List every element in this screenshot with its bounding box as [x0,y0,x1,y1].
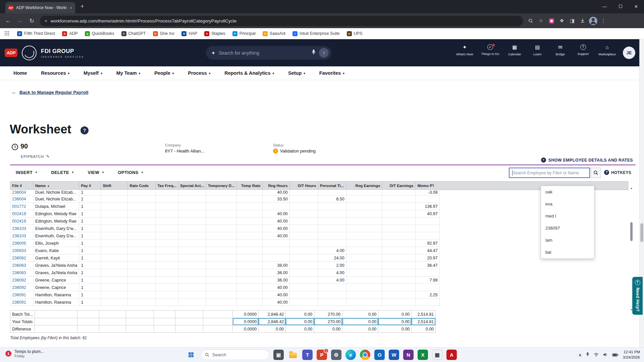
powerpoint-icon[interactable]: P1 [317,350,327,360]
grid-cell[interactable] [128,240,156,247]
grid-cell[interactable] [318,291,346,299]
volume-icon[interactable] [603,352,608,358]
bookmark-item-staples[interactable]: SStaples [204,31,225,36]
scroll-up-icon[interactable]: ▲ [629,187,634,190]
grid-cell[interactable]: 1 [79,210,101,218]
bookmark-item-principal[interactable]: PPrincipal [232,31,256,36]
grid-cell[interactable] [289,247,318,254]
file-link[interactable]: 236092 [10,277,34,284]
grid-cell[interactable]: 1 [79,269,101,277]
battery-icon[interactable] [612,352,619,358]
grid-cell[interactable]: 36.00 [262,277,289,284]
grid-cell[interactable]: 92.97 [415,240,439,247]
grid-cell[interactable] [236,225,262,232]
grid-cell[interactable] [156,190,178,195]
grid-cell[interactable]: 40.00 [262,284,289,291]
grid-cell[interactable]: 1 [79,218,101,225]
grid-cell[interactable] [289,254,318,262]
global-search-input[interactable] [219,50,308,56]
taskbar-search[interactable]: Search [201,350,269,360]
column-header-o-t-earnings[interactable]: O/T Earnings [382,182,415,190]
grid-cell[interactable]: 1 [79,277,101,284]
grid-cell[interactable] [206,210,237,218]
grid-cell[interactable] [318,225,346,232]
menu-kebab-icon[interactable]: ⋮ [599,16,608,25]
grid-cell[interactable] [415,218,439,225]
grid-cell[interactable] [178,232,206,240]
settings-icon[interactable]: ⚙ [331,350,341,360]
wifi-icon[interactable] [594,352,599,358]
suggestion-item[interactable]: eva [541,198,594,210]
grid-cell[interactable] [415,195,439,203]
extensions-puzzle-icon[interactable]: ❖ [557,16,566,25]
grid-cell[interactable] [382,195,415,203]
need-help-button[interactable]: ? Need Help? [632,277,643,315]
grid-cell[interactable]: 20.97 [415,254,439,262]
grid-cell[interactable] [128,247,156,254]
grid-cell[interactable] [178,203,206,210]
bookmark-item-hap[interactable]: HHAP [181,31,197,36]
nav-item-people[interactable]: People▾ [154,70,174,76]
hidden-icons-chevron[interactable]: ∧ [579,353,582,357]
file-link[interactable]: 236004 [10,190,34,195]
grid-cell[interactable] [415,232,439,240]
grid-cell[interactable] [289,190,318,195]
grid-cell[interactable]: 136.97 [415,203,439,210]
browser-tab[interactable]: ADP ADP Workforce Now - Workshe... × [5,2,75,13]
grid-cell[interactable] [178,240,206,247]
column-header-reg-earnings[interactable]: Reg Earnings [346,182,382,190]
new-tab-button[interactable]: + [80,3,84,10]
grid-cell[interactable] [156,218,178,225]
grid-cell[interactable] [236,247,262,254]
grid-cell[interactable] [236,203,262,210]
grid-cell[interactable] [236,277,262,284]
grid-cell[interactable]: 40.00 [262,291,289,299]
grid-cell[interactable] [289,218,318,225]
grid-cell[interactable]: 1 [79,240,101,247]
grid-cell[interactable]: 1 [79,225,101,232]
file-link[interactable]: 236063 [10,262,34,269]
grid-cell[interactable]: Greene, Caprice [34,284,79,291]
grid-cell[interactable] [318,218,346,225]
grid-cell[interactable] [346,284,382,291]
suggestion-item[interactable]: med l [541,210,594,222]
grid-cell[interactable]: Edington, Melody Rae [34,218,79,225]
grid-cell[interactable] [236,232,262,240]
grid-cell[interactable] [178,269,206,277]
grid-cell[interactable] [236,299,262,306]
grid-cell[interactable] [415,299,439,306]
grid-cell[interactable] [156,195,178,203]
grid-cell[interactable]: 44.47 [415,247,439,254]
grid-cell[interactable] [178,284,206,291]
grid-cell[interactable] [289,277,318,284]
view-button[interactable]: VIEW▼ [88,170,104,175]
grid-cell[interactable] [262,254,289,262]
grid-cell[interactable] [156,291,178,299]
grid-cell[interactable] [346,254,382,262]
grid-cell[interactable] [382,203,415,210]
grid-cell[interactable]: 24.00 [318,254,346,262]
grid-cell[interactable]: 1 [79,232,101,240]
grid-cell[interactable] [382,291,415,299]
grid-cell[interactable] [156,240,178,247]
grid-cell[interactable] [262,247,289,254]
bookmark-item-intuit-enterprise-suite[interactable]: IIntuit Enterprise Suite [292,31,340,36]
grid-cell[interactable] [128,225,156,232]
acrobat-icon[interactable]: A [446,350,457,360]
grid-cell[interactable] [289,269,318,277]
grid-cell[interactable] [236,195,262,203]
bookmark-item-quickbooks[interactable]: QQuickBooks [85,31,114,36]
bookmark-item-adp[interactable]: AADP [62,31,78,36]
grid-cell[interactable] [318,210,346,218]
grid-cell[interactable]: 40.00 [262,299,289,306]
page-scrollbar-thumb[interactable] [640,223,643,242]
grid-cell[interactable]: Ellis, Joseph [34,240,79,247]
grid-cell[interactable] [128,254,156,262]
grid-cell[interactable]: 1 [79,195,101,203]
grid-cell[interactable] [236,210,262,218]
header-link-things-to-do[interactable]: ✓Things to Do [481,44,499,56]
grid-cell[interactable] [415,225,439,232]
grid-cell[interactable]: Evans, Katie [34,247,79,254]
grid-cell[interactable]: 4.00 [318,247,346,254]
window-maximize-button[interactable] [612,0,628,13]
